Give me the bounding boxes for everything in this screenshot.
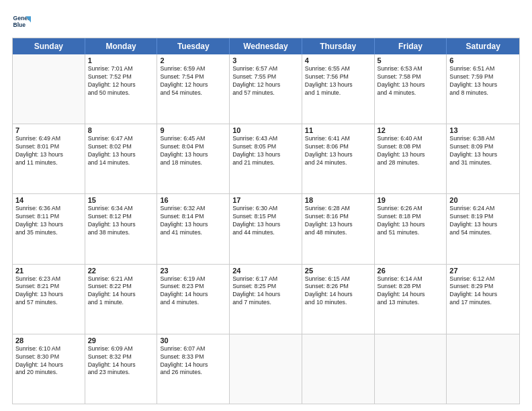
day-info: Sunrise: 6:28 AM Sunset: 8:16 PM Dayligh… bbox=[305, 205, 371, 237]
day-number: 11 bbox=[305, 126, 371, 134]
calendar-body: 1Sunrise: 7:01 AM Sunset: 7:52 PM Daylig… bbox=[13, 54, 519, 404]
calendar-row-0: 1Sunrise: 7:01 AM Sunset: 7:52 PM Daylig… bbox=[13, 54, 519, 124]
day-number: 4 bbox=[305, 56, 371, 64]
day-number: 16 bbox=[160, 196, 226, 204]
day-info: Sunrise: 6:12 AM Sunset: 8:29 PM Dayligh… bbox=[449, 275, 517, 308]
calendar-cell: 21Sunrise: 6:23 AM Sunset: 8:21 PM Dayli… bbox=[13, 265, 85, 334]
day-info: Sunrise: 6:53 AM Sunset: 7:58 PM Dayligh… bbox=[378, 65, 444, 97]
calendar-cell: 6Sunrise: 6:51 AM Sunset: 7:59 PM Daylig… bbox=[447, 54, 519, 124]
calendar-cell: 26Sunrise: 6:14 AM Sunset: 8:28 PM Dayli… bbox=[375, 265, 447, 334]
calendar-cell: 28Sunrise: 6:10 AM Sunset: 8:30 PM Dayli… bbox=[13, 334, 85, 404]
day-number: 14 bbox=[15, 196, 82, 204]
calendar-cell: 27Sunrise: 6:12 AM Sunset: 8:29 PM Dayli… bbox=[447, 265, 519, 334]
day-header-thursday: Thursday bbox=[302, 38, 375, 54]
day-number: 24 bbox=[232, 267, 299, 275]
page: General Blue SundayMondayTuesdayWednesda… bbox=[0, 0, 532, 411]
calendar-cell: 7Sunrise: 6:49 AM Sunset: 8:01 PM Daylig… bbox=[13, 124, 85, 193]
day-header-sunday: Sunday bbox=[13, 38, 85, 54]
day-number: 6 bbox=[449, 56, 517, 64]
day-number: 1 bbox=[88, 56, 154, 64]
day-info: Sunrise: 6:38 AM Sunset: 8:09 PM Dayligh… bbox=[449, 135, 517, 167]
calendar-cell: 12Sunrise: 6:40 AM Sunset: 8:08 PM Dayli… bbox=[375, 124, 447, 193]
day-number: 30 bbox=[160, 336, 226, 345]
calendar-cell: 4Sunrise: 6:55 AM Sunset: 7:56 PM Daylig… bbox=[302, 54, 375, 124]
day-info: Sunrise: 6:17 AM Sunset: 8:25 PM Dayligh… bbox=[232, 275, 299, 308]
day-header-tuesday: Tuesday bbox=[157, 38, 230, 54]
day-number: 26 bbox=[378, 267, 444, 275]
day-header-wednesday: Wednesday bbox=[230, 38, 302, 54]
calendar-cell: 19Sunrise: 6:26 AM Sunset: 8:18 PM Dayli… bbox=[375, 194, 447, 263]
day-header-monday: Monday bbox=[85, 38, 158, 54]
day-number: 9 bbox=[160, 126, 226, 134]
day-info: Sunrise: 6:19 AM Sunset: 8:23 PM Dayligh… bbox=[160, 275, 226, 308]
day-info: Sunrise: 6:45 AM Sunset: 8:04 PM Dayligh… bbox=[160, 135, 226, 167]
calendar-cell: 5Sunrise: 6:53 AM Sunset: 7:58 PM Daylig… bbox=[375, 54, 447, 124]
day-info: Sunrise: 6:07 AM Sunset: 8:33 PM Dayligh… bbox=[160, 345, 226, 377]
calendar-cell: 14Sunrise: 6:36 AM Sunset: 8:11 PM Dayli… bbox=[13, 194, 85, 263]
day-number: 29 bbox=[88, 336, 154, 345]
day-number: 8 bbox=[88, 126, 154, 134]
day-info: Sunrise: 6:43 AM Sunset: 8:05 PM Dayligh… bbox=[232, 135, 299, 167]
day-info: Sunrise: 6:21 AM Sunset: 8:22 PM Dayligh… bbox=[88, 275, 154, 308]
day-info: Sunrise: 6:49 AM Sunset: 8:01 PM Dayligh… bbox=[15, 135, 82, 167]
calendar-cell: 16Sunrise: 6:32 AM Sunset: 8:14 PM Dayli… bbox=[157, 194, 230, 263]
day-info: Sunrise: 6:30 AM Sunset: 8:15 PM Dayligh… bbox=[232, 205, 299, 237]
calendar-cell: 17Sunrise: 6:30 AM Sunset: 8:15 PM Dayli… bbox=[230, 194, 302, 263]
svg-text:Blue: Blue bbox=[13, 21, 26, 28]
calendar-cell: 15Sunrise: 6:34 AM Sunset: 8:12 PM Dayli… bbox=[85, 194, 158, 263]
day-info: Sunrise: 6:47 AM Sunset: 8:02 PM Dayligh… bbox=[88, 135, 154, 167]
calendar-cell bbox=[230, 334, 302, 404]
day-number: 23 bbox=[160, 267, 226, 275]
calendar: SundayMondayTuesdayWednesdayThursdayFrid… bbox=[12, 38, 520, 404]
calendar-cell: 24Sunrise: 6:17 AM Sunset: 8:25 PM Dayli… bbox=[230, 265, 302, 334]
day-number: 3 bbox=[232, 56, 299, 64]
calendar-cell bbox=[447, 334, 519, 404]
calendar-cell: 13Sunrise: 6:38 AM Sunset: 8:09 PM Dayli… bbox=[447, 124, 519, 193]
calendar-cell: 23Sunrise: 6:19 AM Sunset: 8:23 PM Dayli… bbox=[157, 265, 230, 334]
day-info: Sunrise: 6:24 AM Sunset: 8:19 PM Dayligh… bbox=[449, 205, 517, 237]
calendar-cell: 20Sunrise: 6:24 AM Sunset: 8:19 PM Dayli… bbox=[447, 194, 519, 263]
day-header-friday: Friday bbox=[375, 38, 447, 54]
calendar-cell: 30Sunrise: 6:07 AM Sunset: 8:33 PM Dayli… bbox=[157, 334, 230, 404]
day-info: Sunrise: 6:10 AM Sunset: 8:30 PM Dayligh… bbox=[15, 345, 82, 377]
day-number: 21 bbox=[15, 267, 82, 275]
day-number: 10 bbox=[232, 126, 299, 134]
calendar-cell bbox=[302, 334, 375, 404]
calendar-row-3: 21Sunrise: 6:23 AM Sunset: 8:21 PM Dayli… bbox=[13, 265, 519, 334]
day-number: 28 bbox=[15, 336, 82, 345]
day-info: Sunrise: 6:57 AM Sunset: 7:55 PM Dayligh… bbox=[232, 65, 299, 97]
day-info: Sunrise: 6:40 AM Sunset: 8:08 PM Dayligh… bbox=[378, 135, 444, 167]
day-number: 22 bbox=[88, 267, 154, 275]
day-number: 5 bbox=[378, 56, 444, 64]
day-number: 19 bbox=[378, 196, 444, 204]
calendar-cell: 1Sunrise: 7:01 AM Sunset: 7:52 PM Daylig… bbox=[85, 54, 158, 124]
calendar-cell: 22Sunrise: 6:21 AM Sunset: 8:22 PM Dayli… bbox=[85, 265, 158, 334]
day-number: 20 bbox=[449, 196, 517, 204]
calendar-cell: 29Sunrise: 6:09 AM Sunset: 8:32 PM Dayli… bbox=[85, 334, 158, 404]
calendar-cell: 18Sunrise: 6:28 AM Sunset: 8:16 PM Dayli… bbox=[302, 194, 375, 263]
day-number: 13 bbox=[449, 126, 517, 134]
day-header-saturday: Saturday bbox=[447, 38, 519, 54]
day-info: Sunrise: 6:51 AM Sunset: 7:59 PM Dayligh… bbox=[449, 65, 517, 97]
calendar-cell: 3Sunrise: 6:57 AM Sunset: 7:55 PM Daylig… bbox=[230, 54, 302, 124]
day-info: Sunrise: 6:09 AM Sunset: 8:32 PM Dayligh… bbox=[88, 345, 154, 377]
day-info: Sunrise: 6:23 AM Sunset: 8:21 PM Dayligh… bbox=[15, 275, 82, 308]
calendar-cell: 25Sunrise: 6:15 AM Sunset: 8:26 PM Dayli… bbox=[302, 265, 375, 334]
day-info: Sunrise: 6:34 AM Sunset: 8:12 PM Dayligh… bbox=[88, 205, 154, 237]
header: General Blue bbox=[12, 12, 520, 31]
calendar-cell bbox=[375, 334, 447, 404]
calendar-cell: 2Sunrise: 6:59 AM Sunset: 7:54 PM Daylig… bbox=[157, 54, 230, 124]
day-number: 12 bbox=[378, 126, 444, 134]
calendar-cell: 8Sunrise: 6:47 AM Sunset: 8:02 PM Daylig… bbox=[85, 124, 158, 193]
day-info: Sunrise: 6:59 AM Sunset: 7:54 PM Dayligh… bbox=[160, 65, 226, 97]
day-number: 17 bbox=[232, 196, 299, 204]
day-info: Sunrise: 6:55 AM Sunset: 7:56 PM Dayligh… bbox=[305, 65, 371, 97]
day-number: 7 bbox=[15, 126, 82, 134]
calendar-row-2: 14Sunrise: 6:36 AM Sunset: 8:11 PM Dayli… bbox=[13, 194, 519, 264]
day-number: 18 bbox=[305, 196, 371, 204]
day-info: Sunrise: 6:36 AM Sunset: 8:11 PM Dayligh… bbox=[15, 205, 82, 237]
calendar-row-1: 7Sunrise: 6:49 AM Sunset: 8:01 PM Daylig… bbox=[13, 124, 519, 194]
day-info: Sunrise: 6:32 AM Sunset: 8:14 PM Dayligh… bbox=[160, 205, 226, 237]
calendar-cell: 11Sunrise: 6:41 AM Sunset: 8:06 PM Dayli… bbox=[302, 124, 375, 193]
day-info: Sunrise: 6:41 AM Sunset: 8:06 PM Dayligh… bbox=[305, 135, 371, 167]
